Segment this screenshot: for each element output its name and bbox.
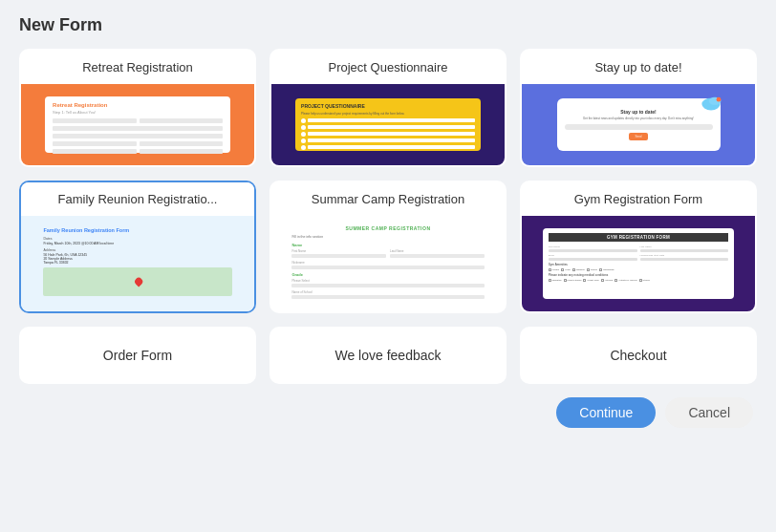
- card-label-family: Family Reunion Registratio...: [21, 182, 254, 216]
- card-checkout[interactable]: Checkout: [520, 327, 757, 384]
- card-preview-retreat: Retreat Registration Step 1: Tell us Abo…: [21, 84, 254, 165]
- page-title: New Form: [19, 15, 757, 35]
- cancel-button[interactable]: Cancel: [665, 397, 753, 428]
- questionnaire-form-preview: PROJECT QUESTIONNAIRE Please help us und…: [295, 98, 481, 151]
- retreat-form-preview: Retreat Registration Step 1: Tell us Abo…: [45, 96, 230, 153]
- card-summer-camp[interactable]: Summar Camp Registration SUMMER CAMP REG…: [269, 181, 507, 313]
- card-preview-gym: GYM REGISTRATION FORM First Name Last Na…: [522, 216, 755, 311]
- card-preview-family: Family Reunion Registration Form Dates F…: [21, 216, 254, 311]
- card-label-order: Order Form: [92, 338, 183, 372]
- retreat-form-subtitle: Step 1: Tell us About You!: [53, 110, 223, 115]
- card-label-checkout: Checkout: [598, 338, 678, 372]
- card-retreat-registration[interactable]: Retreat Registration Retreat Registratio…: [19, 49, 256, 167]
- card-grid-row2: Family Reunion Registratio... Family Reu…: [19, 181, 757, 313]
- card-preview-stay: Stay up to date! Get the latest news and…: [522, 84, 755, 165]
- family-form-preview: Family Reunion Registration Form Dates F…: [39, 223, 235, 300]
- card-stay-up-to-date[interactable]: Stay up to date! Stay up to date! Get th…: [520, 49, 757, 167]
- continue-button[interactable]: Continue: [556, 397, 656, 428]
- card-preview-summer: SUMMER CAMP REGISTRATION Fill in the inf…: [271, 216, 505, 311]
- gym-form-preview: GYM REGISTRATION FORM First Name Last Na…: [543, 228, 735, 299]
- card-gym-registration[interactable]: Gym Registration Form GYM REGISTRATION F…: [520, 181, 757, 313]
- stay-form-preview: Stay up to date! Get the latest news and…: [557, 98, 721, 151]
- card-project-questionnaire[interactable]: Project Questionnaire PROJECT QUESTIONNA…: [269, 49, 507, 167]
- bird-icon: [692, 96, 722, 119]
- footer: Continue Cancel: [19, 397, 757, 428]
- card-label-summer: Summar Camp Registration: [271, 182, 505, 216]
- card-family-reunion[interactable]: Family Reunion Registratio... Family Reu…: [19, 181, 256, 313]
- card-grid-row3: Order Form We love feedback Checkout: [19, 327, 757, 384]
- page-container: New Form Retreat Registration Retreat Re…: [0, 0, 776, 532]
- card-label-stay: Stay up to date!: [522, 51, 755, 84]
- svg-point-2: [716, 97, 721, 102]
- family-map: [43, 267, 231, 296]
- card-preview-questionnaire: PROJECT QUESTIONNAIRE Please help us und…: [271, 84, 505, 165]
- card-label-questionnaire: Project Questionnaire: [271, 51, 505, 84]
- card-we-love-feedback[interactable]: We love feedback: [269, 327, 507, 384]
- card-label-retreat: Retreat Registration: [21, 51, 254, 84]
- card-label-gym: Gym Registration Form: [522, 182, 755, 216]
- retreat-form-title: Retreat Registration: [53, 102, 223, 108]
- summer-form-preview: SUMMER CAMP REGISTRATION Fill in the inf…: [290, 223, 485, 304]
- card-grid-row1: Retreat Registration Retreat Registratio…: [19, 49, 757, 167]
- card-order-form[interactable]: Order Form: [19, 327, 256, 384]
- card-label-feedback: We love feedback: [323, 338, 452, 372]
